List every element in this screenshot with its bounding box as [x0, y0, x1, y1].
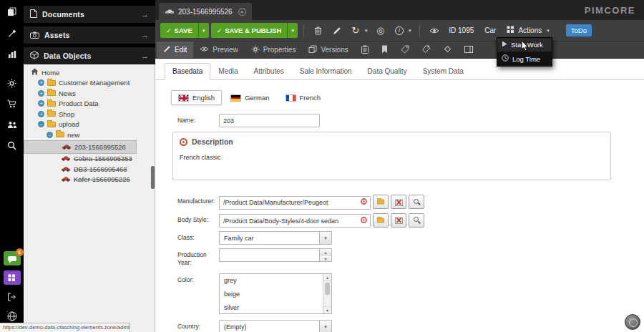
- tab-dependencies[interactable]: [437, 42, 458, 58]
- production-year-label: Production Year:: [177, 248, 219, 266]
- body-style-input[interactable]: [219, 214, 371, 228]
- tree-item-shop[interactable]: Shop: [24, 109, 155, 119]
- country-select[interactable]: (Empty): [219, 320, 332, 332]
- floating-helper-button[interactable]: [625, 314, 640, 330]
- tab-notes-events[interactable]: [375, 42, 394, 58]
- info-icon: [395, 26, 404, 35]
- tab-lang-french[interactable]: French: [278, 90, 328, 105]
- production-year-spinner[interactable]: [219, 248, 332, 262]
- menu-item-log-time[interactable]: Log Time: [497, 52, 552, 66]
- tab-tags[interactable]: [394, 42, 416, 58]
- tree-item-kafer[interactable]: Kafer-1566995226: [24, 175, 155, 185]
- tab-attributes[interactable]: Attributes: [246, 63, 292, 80]
- spinner-down-icon[interactable]: [320, 255, 331, 261]
- tab-basedata[interactable]: Basedata: [165, 63, 210, 80]
- color-option-silver[interactable]: silver: [220, 301, 331, 314]
- collapse-icon[interactable]: [38, 121, 44, 127]
- expand-icon[interactable]: [38, 79, 44, 86]
- tree-item-customer-management[interactable]: Customer Management: [24, 78, 155, 89]
- tab-preview[interactable]: Preview: [193, 42, 245, 58]
- tree-item-upload[interactable]: upload: [24, 119, 155, 130]
- camera-icon: [30, 29, 39, 42]
- actions-button[interactable]: Actions: [502, 23, 553, 39]
- chart-icon[interactable]: [4, 47, 21, 62]
- wrench-icon[interactable]: [4, 26, 21, 40]
- tree-item-news[interactable]: News: [24, 88, 155, 99]
- files-icon[interactable]: [4, 4, 21, 19]
- tab-tag-config[interactable]: [416, 42, 437, 58]
- search-icon[interactable]: [4, 138, 21, 152]
- tree-item-home[interactable]: Home: [24, 67, 155, 78]
- tab-layout[interactable]: [458, 42, 479, 58]
- sidebar-section-assets[interactable]: Assets: [24, 26, 155, 44]
- cart-icon[interactable]: [4, 97, 21, 111]
- tree-item-new[interactable]: new: [24, 130, 155, 140]
- chat-icon[interactable]: 3: [4, 251, 21, 265]
- info-button[interactable]: [391, 23, 407, 39]
- reload-button[interactable]: [347, 23, 364, 39]
- body-style-open-button[interactable]: [373, 213, 389, 228]
- color-option-beige[interactable]: beige: [220, 288, 331, 301]
- panel-splitter-handle[interactable]: [151, 166, 155, 189]
- tree-item-cobra[interactable]: Cobra-1566995353: [24, 154, 155, 165]
- tree-item-db3[interactable]: DB3-1566995468: [24, 164, 155, 175]
- body-style-remove-button[interactable]: [391, 213, 406, 228]
- manufacturer-remove-button[interactable]: [391, 195, 406, 209]
- expand-icon[interactable]: [38, 111, 44, 117]
- tab-media[interactable]: Media: [210, 63, 245, 80]
- manufacturer-input[interactable]: [219, 196, 371, 210]
- class-select[interactable]: Family car: [219, 231, 332, 245]
- tab-versions[interactable]: Versions: [302, 42, 354, 58]
- collapse-icon[interactable]: [47, 132, 53, 138]
- tab-system-data[interactable]: System Data: [415, 63, 472, 80]
- locate-in-tree-button[interactable]: [372, 23, 389, 39]
- tab-properties[interactable]: Properties: [245, 42, 303, 58]
- close-icon[interactable]: [238, 8, 246, 16]
- tab-data-quality[interactable]: Data Quality: [360, 63, 415, 80]
- save-publish-dropdown-arrow[interactable]: [287, 23, 298, 38]
- remove-icon: [395, 216, 403, 224]
- chevron-down-icon[interactable]: [319, 321, 331, 332]
- globe-icon[interactable]: [4, 309, 21, 323]
- manufacturer-search-button[interactable]: [409, 195, 424, 209]
- delete-button[interactable]: [310, 23, 326, 39]
- sidebar-section-documents[interactable]: Documents: [24, 6, 155, 23]
- preview-eye-button[interactable]: [426, 23, 442, 39]
- menu-item-start-work[interactable]: Start Work: [497, 38, 552, 52]
- class-label: Class:: [177, 231, 219, 242]
- tab-sale-information[interactable]: Sale Information: [292, 63, 360, 80]
- workflow-status-badge: ToDo: [566, 24, 592, 36]
- color-option-grey[interactable]: grey: [220, 274, 331, 288]
- users-icon[interactable]: [4, 117, 21, 132]
- scroll-thumb[interactable]: [325, 283, 330, 295]
- tree-item-product-data[interactable]: Product Data: [24, 99, 155, 109]
- name-input[interactable]: [219, 114, 320, 127]
- expand-icon[interactable]: [38, 90, 44, 97]
- rename-button[interactable]: [328, 23, 345, 39]
- reload-dropdown-arrow[interactable]: [362, 23, 370, 39]
- save-button[interactable]: SAVE: [160, 23, 209, 38]
- gear-icon[interactable]: [4, 76, 21, 90]
- save-publish-button[interactable]: SAVE & PUBLISH: [211, 23, 298, 38]
- scroll-down-icon[interactable]: [323, 306, 331, 313]
- save-dropdown-arrow[interactable]: [198, 23, 209, 38]
- color-multiselect[interactable]: grey beige silver: [219, 273, 332, 314]
- spinner-up-icon[interactable]: [320, 249, 331, 255]
- tab-schedule[interactable]: [355, 42, 375, 58]
- sidebar-section-data-objects[interactable]: Data Objects: [24, 47, 155, 64]
- tree-item-203[interactable]: 203-1566995526: [24, 140, 137, 154]
- tab-lang-german[interactable]: German: [223, 90, 276, 105]
- description-text[interactable]: French classic: [173, 150, 610, 180]
- scrollbar[interactable]: [323, 274, 331, 313]
- logout-icon[interactable]: [4, 290, 21, 304]
- chevron-down-icon[interactable]: [319, 232, 331, 244]
- tab-edit[interactable]: Edit: [157, 42, 193, 58]
- tab-lang-english[interactable]: English: [171, 90, 222, 105]
- body-style-search-button[interactable]: [409, 213, 424, 228]
- expand-icon[interactable]: [38, 100, 44, 107]
- tab-object-203[interactable]: 203-1566995526: [159, 3, 252, 20]
- apps-icon[interactable]: [4, 270, 21, 285]
- scroll-up-icon[interactable]: [323, 274, 331, 281]
- manufacturer-open-button[interactable]: [373, 195, 389, 209]
- info-dropdown-arrow[interactable]: [406, 23, 414, 39]
